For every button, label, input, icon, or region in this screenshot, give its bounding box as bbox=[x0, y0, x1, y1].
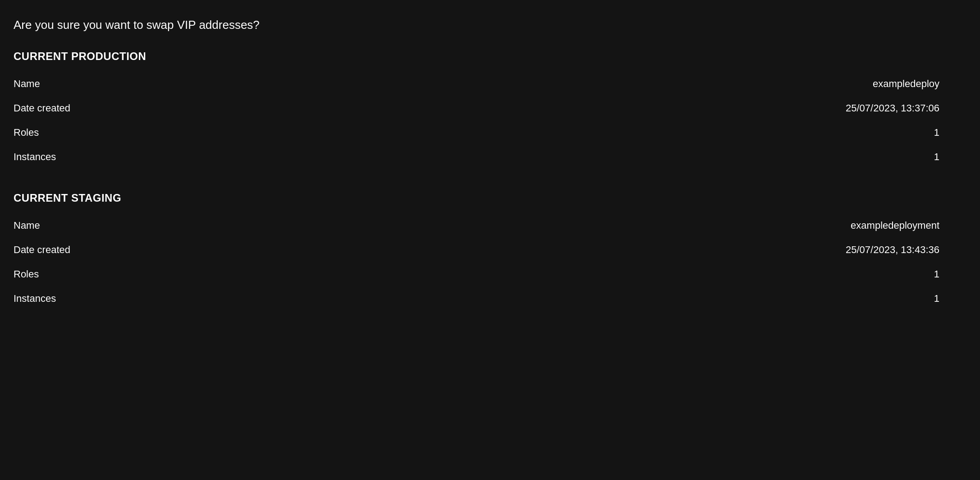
row-value: exampledeploy bbox=[490, 72, 966, 96]
table-row: Date created25/07/2023, 13:43:36 bbox=[14, 238, 966, 262]
row-value: 25/07/2023, 13:37:06 bbox=[490, 96, 966, 120]
current-production-heading: CURRENT PRODUCTION bbox=[14, 50, 966, 63]
current-staging-table: NameexampledeploymentDate created25/07/2… bbox=[14, 213, 966, 311]
current-staging-heading: CURRENT STAGING bbox=[14, 192, 966, 204]
row-label: Name bbox=[14, 72, 490, 96]
row-label: Date created bbox=[14, 238, 490, 262]
row-value: 1 bbox=[490, 145, 966, 169]
row-value: 1 bbox=[490, 120, 966, 145]
swap-vip-question: Are you sure you want to swap VIP addres… bbox=[14, 18, 966, 32]
table-row: Nameexampledeployment bbox=[14, 213, 966, 238]
table-row: Roles1 bbox=[14, 120, 966, 145]
row-label: Date created bbox=[14, 96, 490, 120]
row-value: 1 bbox=[490, 286, 966, 311]
current-staging-section: CURRENT STAGING NameexampledeploymentDat… bbox=[14, 192, 966, 311]
table-row: Date created25/07/2023, 13:37:06 bbox=[14, 96, 966, 120]
current-production-table: NameexampledeployDate created25/07/2023,… bbox=[14, 72, 966, 169]
table-row: Instances1 bbox=[14, 145, 966, 169]
table-row: Nameexampledeploy bbox=[14, 72, 966, 96]
row-label: Name bbox=[14, 213, 490, 238]
table-row: Roles1 bbox=[14, 262, 966, 286]
row-label: Instances bbox=[14, 286, 490, 311]
row-label: Roles bbox=[14, 120, 490, 145]
row-value: 25/07/2023, 13:43:36 bbox=[490, 238, 966, 262]
row-value: exampledeployment bbox=[490, 213, 966, 238]
current-production-section: CURRENT PRODUCTION NameexampledeployDate… bbox=[14, 50, 966, 169]
row-label: Instances bbox=[14, 145, 490, 169]
row-value: 1 bbox=[490, 262, 966, 286]
row-label: Roles bbox=[14, 262, 490, 286]
table-row: Instances1 bbox=[14, 286, 966, 311]
